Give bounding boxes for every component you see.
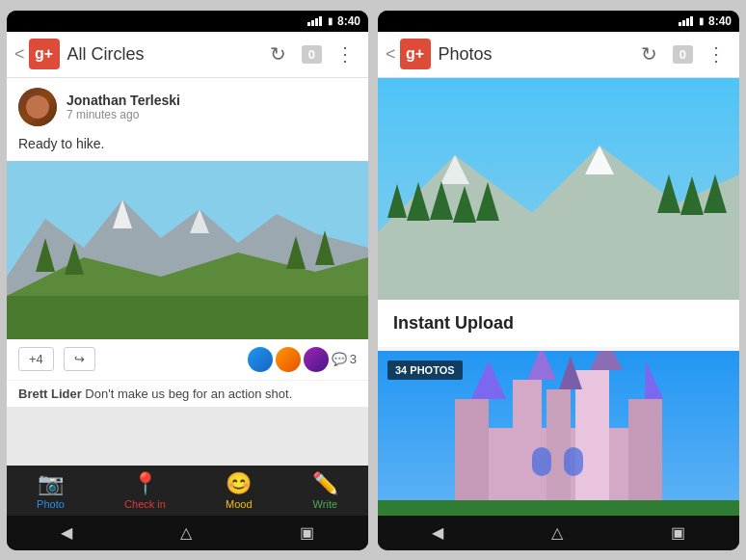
- svg-rect-25: [628, 399, 662, 516]
- instant-upload-label[interactable]: Instant Upload: [378, 300, 739, 347]
- refresh-button-right[interactable]: ↻: [634, 39, 665, 69]
- system-bar-left: ◀ △ ▣: [7, 516, 368, 550]
- svg-rect-36: [378, 500, 739, 516]
- chevron-left-icon-right[interactable]: <: [386, 44, 396, 65]
- status-time-left: 8:40: [337, 14, 360, 28]
- left-phone: ▮ 8:40 < g+ All Circles ↻ 0 ⋮: [7, 11, 368, 550]
- more-button-left[interactable]: ⋮: [330, 39, 360, 69]
- app-title-left: All Circles: [67, 44, 255, 65]
- status-bar-left: ▮ 8:40: [7, 11, 368, 32]
- recents-button-left[interactable]: ▣: [300, 523, 314, 542]
- chevron-left-icon[interactable]: <: [14, 44, 25, 65]
- battery-icon-right: ▮: [699, 15, 705, 26]
- nav-write[interactable]: ✏️ Write: [312, 471, 338, 510]
- post-card: Jonathan Terleski 7 minutes ago Ready to…: [7, 78, 368, 407]
- nav-checkin[interactable]: 📍 Check in: [124, 471, 166, 510]
- system-bar-right: ◀ △ ▣: [378, 516, 739, 550]
- post-user-info: Jonathan Terleski 7 minutes ago: [67, 93, 180, 121]
- post-image: [7, 161, 368, 339]
- back-button-left[interactable]: ◀: [61, 523, 72, 542]
- refresh-button-left[interactable]: ↻: [263, 39, 294, 69]
- status-time-right: 8:40: [708, 14, 732, 28]
- home-button-left[interactable]: △: [180, 523, 192, 542]
- post-username[interactable]: Jonathan Terleski: [67, 93, 180, 108]
- photo-nav-label: Photo: [37, 498, 65, 510]
- plusone-button[interactable]: +4: [18, 347, 54, 371]
- notification-badge-right[interactable]: 0: [673, 45, 693, 64]
- notification-badge-left[interactable]: 0: [302, 45, 322, 64]
- commenter-avatar-2: [276, 347, 301, 372]
- status-icons-left: ▮: [307, 15, 333, 26]
- post-header: Jonathan Terleski 7 minutes ago: [7, 78, 368, 136]
- bottom-nav-left: 📷 Photo 📍 Check in 😊 Mood ✏️ Write: [7, 466, 368, 516]
- post-time: 7 minutes ago: [67, 108, 180, 121]
- signal-icon: [307, 16, 322, 26]
- instant-upload-section: Instant Upload: [378, 78, 739, 347]
- gplus-logo-left: g+: [29, 39, 60, 69]
- comment-preview: Brett Lider Don't make us beg for an act…: [7, 380, 368, 407]
- photo-nav-icon: 📷: [38, 471, 64, 496]
- write-nav-label: Write: [313, 498, 337, 510]
- photo-count-badge: 34 PHOTOS: [387, 360, 463, 380]
- signal-icon-right: [679, 16, 693, 26]
- nav-mood[interactable]: 😊 Mood: [226, 471, 253, 510]
- status-bar-right: ▮ 8:40: [378, 11, 739, 32]
- comment-avatars: 💬 3: [248, 347, 357, 372]
- app-title-right: Photos: [439, 44, 626, 65]
- comment-text-content: Don't make us beg for an action shot.: [85, 387, 292, 401]
- post-text: Ready to hike.: [7, 136, 368, 161]
- post-actions: +4 ↪ 💬 3: [7, 339, 368, 380]
- photos-content: Instant Upload: [378, 78, 739, 516]
- commenter-avatar-1: [248, 347, 273, 372]
- checkin-nav-label: Check in: [124, 498, 166, 510]
- write-nav-icon: ✏️: [312, 471, 338, 496]
- svg-rect-35: [564, 447, 583, 476]
- battery-icon: ▮: [328, 15, 333, 26]
- app-bar-left: < g+ All Circles ↻ 0 ⋮: [7, 32, 368, 78]
- mood-nav-icon: 😊: [226, 471, 252, 496]
- mood-nav-label: Mood: [226, 498, 253, 510]
- comment-count[interactable]: 💬 3: [332, 352, 357, 366]
- checkin-nav-icon: 📍: [132, 471, 158, 496]
- svg-rect-26: [513, 380, 542, 516]
- right-phone: ▮ 8:40 < g+ Photos ↻ 0 ⋮: [378, 11, 739, 550]
- commenter-avatar-3: [304, 347, 329, 372]
- content-left: Jonathan Terleski 7 minutes ago Ready to…: [7, 78, 368, 466]
- castle-section: 34 PHOTOS: [378, 351, 739, 516]
- comment-bubble-icon: 💬: [332, 352, 347, 366]
- svg-rect-9: [7, 296, 368, 339]
- castle-photo[interactable]: 34 PHOTOS: [378, 351, 739, 516]
- share-button[interactable]: ↪: [64, 347, 95, 371]
- home-button-right[interactable]: △: [551, 523, 563, 542]
- commenter-name[interactable]: Brett Lider: [18, 387, 82, 401]
- avatar: [18, 88, 57, 126]
- back-button-right[interactable]: ◀: [432, 523, 443, 542]
- svg-rect-24: [455, 399, 489, 516]
- nav-photo[interactable]: 📷 Photo: [37, 471, 65, 510]
- status-icons-right: ▮: [679, 15, 705, 26]
- share-icon: ↪: [74, 352, 85, 366]
- svg-rect-34: [532, 447, 551, 476]
- svg-rect-27: [575, 370, 609, 516]
- more-button-right[interactable]: ⋮: [701, 39, 732, 69]
- gplus-logo-right: g+: [400, 39, 431, 69]
- instant-upload-photo[interactable]: [378, 78, 739, 300]
- app-bar-right: < g+ Photos ↻ 0 ⋮: [378, 32, 739, 78]
- recents-button-right[interactable]: ▣: [671, 523, 685, 542]
